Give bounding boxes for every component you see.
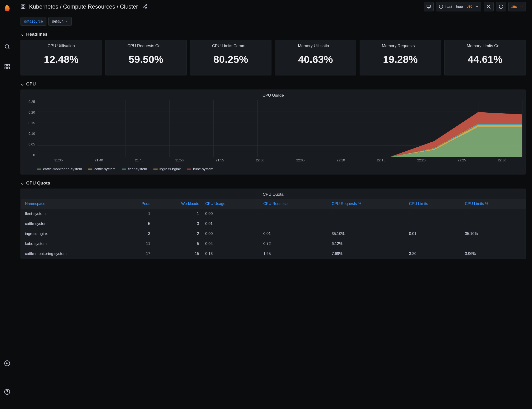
stat-value: 44.61% bbox=[468, 54, 503, 65]
legend-swatch bbox=[153, 168, 158, 169]
workloads-link[interactable]: 3 bbox=[197, 222, 199, 226]
svg-rect-2 bbox=[5, 64, 7, 66]
y-tick-label: 0.05 bbox=[24, 142, 35, 146]
variable-datasource-select[interactable]: default bbox=[48, 17, 72, 26]
cell-cpu-requests: - bbox=[259, 219, 327, 229]
stat-title: Memory Limits Co… bbox=[447, 44, 524, 48]
refresh-interval-picker[interactable]: 10s bbox=[508, 2, 526, 11]
share-icon[interactable] bbox=[142, 4, 148, 9]
row-title: Headlines bbox=[26, 32, 48, 37]
zoom-out-button[interactable] bbox=[484, 2, 494, 11]
ns-link[interactable]: kube-system bbox=[25, 242, 47, 246]
time-range-label: Last 1 hour bbox=[445, 5, 463, 9]
svg-rect-11 bbox=[24, 5, 25, 6]
legend-item[interactable]: cattle-monitoring-system bbox=[37, 167, 82, 171]
svg-point-14 bbox=[146, 4, 147, 6]
row-toggle-cpu-quota[interactable]: ⌄ CPU Quota bbox=[20, 180, 526, 186]
grafana-logo[interactable] bbox=[3, 4, 11, 13]
svg-rect-4 bbox=[5, 67, 7, 69]
cell-cpu-limits-pct: - bbox=[461, 239, 526, 249]
chevron-down-icon: ⌄ bbox=[20, 31, 24, 37]
x-tick-label: 22:10 bbox=[320, 158, 361, 162]
chevron-down-icon: ⌄ bbox=[20, 180, 24, 186]
svg-rect-10 bbox=[21, 5, 23, 6]
stat-panel[interactable]: CPU Utilisation 12.48% bbox=[20, 40, 102, 75]
svg-point-0 bbox=[5, 45, 9, 48]
table-row: fleet-system 1 1 0.00 - - - - bbox=[21, 209, 526, 219]
row-title: CPU bbox=[26, 81, 36, 87]
search-icon[interactable] bbox=[4, 43, 10, 50]
th-cpu-limits[interactable]: CPU Limits bbox=[405, 199, 461, 209]
timezone-badge: UTC bbox=[467, 5, 472, 8]
cell-cpu-limits: 0.01 bbox=[405, 229, 461, 239]
cell-cpu-limits-pct: - bbox=[461, 219, 526, 229]
nav-sidebar bbox=[0, 0, 14, 409]
tv-mode-button[interactable] bbox=[424, 2, 434, 11]
legend-swatch bbox=[88, 168, 92, 169]
dashboards-icon[interactable] bbox=[4, 63, 10, 70]
pods-link[interactable]: 1 bbox=[148, 212, 150, 216]
stat-title: CPU Requests Co… bbox=[107, 44, 185, 48]
cell-cpu-limits-pct: 3.96% bbox=[461, 249, 526, 259]
workloads-link[interactable]: 2 bbox=[197, 232, 199, 236]
legend-item[interactable]: ingress-nginx bbox=[153, 167, 181, 171]
ns-link[interactable]: fleet-system bbox=[25, 212, 46, 216]
cell-cpu-requests: 1.65 bbox=[259, 249, 327, 259]
panel-grid-icon[interactable] bbox=[20, 4, 26, 9]
x-tick-label: 22:20 bbox=[401, 158, 441, 162]
refresh-button[interactable] bbox=[496, 2, 506, 11]
workloads-link[interactable]: 1 bbox=[197, 212, 199, 216]
cell-cpu-requests-pct: - bbox=[327, 209, 405, 219]
cell-cpu-usage: 0.01 bbox=[201, 219, 259, 229]
legend-label: cattle-system bbox=[94, 167, 115, 171]
svg-point-15 bbox=[143, 6, 144, 7]
ns-link[interactable]: cattle-monitoring-system bbox=[25, 252, 66, 256]
th-cpu-requests-pct[interactable]: CPU Requests % bbox=[327, 199, 405, 209]
time-range-picker[interactable]: Last 1 hour UTC bbox=[436, 2, 481, 11]
row-toggle-cpu[interactable]: ⌄ CPU bbox=[20, 81, 526, 87]
legend-label: fleet-system bbox=[128, 167, 147, 171]
legend-item[interactable]: cattle-system bbox=[88, 167, 115, 171]
pods-link[interactable]: 5 bbox=[148, 222, 150, 226]
stat-panel[interactable]: CPU Limits Comm… 80.25% bbox=[190, 40, 271, 75]
stat-panel[interactable]: CPU Requests Co… 59.50% bbox=[105, 40, 187, 75]
th-cpu-limits-pct[interactable]: CPU Limits % bbox=[461, 199, 526, 209]
x-tick-label: 22:00 bbox=[240, 158, 280, 162]
x-tick-label: 21:40 bbox=[79, 158, 119, 162]
cell-cpu-requests: - bbox=[259, 209, 327, 219]
cell-cpu-requests: 0.72 bbox=[259, 239, 327, 249]
workloads-link[interactable]: 5 bbox=[197, 242, 199, 246]
table-row: kube-system 11 5 0.04 0.72 6.12% - - bbox=[21, 239, 526, 249]
cell-cpu-limits: - bbox=[405, 219, 461, 229]
legend-item[interactable]: fleet-system bbox=[122, 167, 147, 171]
th-cpu-requests[interactable]: CPU Requests bbox=[259, 199, 327, 209]
workloads-link[interactable]: 15 bbox=[195, 252, 199, 256]
pods-link[interactable]: 11 bbox=[146, 242, 150, 246]
x-tick-label: 22:05 bbox=[280, 158, 320, 162]
th-namespace[interactable]: Namespace bbox=[21, 199, 122, 209]
th-workloads[interactable]: Workloads bbox=[152, 199, 201, 209]
x-tick-label: 21:45 bbox=[119, 158, 159, 162]
stat-panel[interactable]: Memory Utilisatio… 40.63% bbox=[275, 40, 356, 75]
th-pods[interactable]: Pods bbox=[122, 199, 152, 209]
legend-item[interactable]: kube-system bbox=[187, 167, 213, 171]
row-toggle-headlines[interactable]: ⌄ Headlines bbox=[20, 31, 526, 37]
pods-link[interactable]: 3 bbox=[148, 232, 150, 236]
y-tick-label: 0.25 bbox=[24, 100, 35, 103]
chart-plot-area[interactable] bbox=[37, 100, 522, 157]
x-tick-label: 21:35 bbox=[38, 158, 79, 162]
stat-panel[interactable]: Memory Limits Co… 44.61% bbox=[444, 40, 526, 75]
panel-cpu-quota-table: CPU Quota Namespace Pods Workloads CPU U… bbox=[20, 188, 526, 259]
cell-cpu-limits: - bbox=[405, 239, 461, 249]
pods-link[interactable]: 17 bbox=[146, 252, 150, 256]
panel-title: CPU Usage bbox=[24, 93, 522, 98]
ns-link[interactable]: ingress-nginx bbox=[25, 232, 48, 236]
cell-cpu-usage: 0.04 bbox=[201, 239, 259, 249]
th-cpu-usage[interactable]: CPU Usage bbox=[201, 199, 259, 209]
signin-icon[interactable] bbox=[4, 360, 10, 367]
svg-point-16 bbox=[146, 7, 147, 9]
help-icon[interactable] bbox=[4, 389, 10, 395]
dashboard-title[interactable]: Kubernetes / Compute Resources / Cluster bbox=[29, 3, 138, 10]
ns-link[interactable]: cattle-system bbox=[25, 222, 47, 226]
stat-panel[interactable]: Memory Requests… 19.28% bbox=[360, 40, 441, 75]
